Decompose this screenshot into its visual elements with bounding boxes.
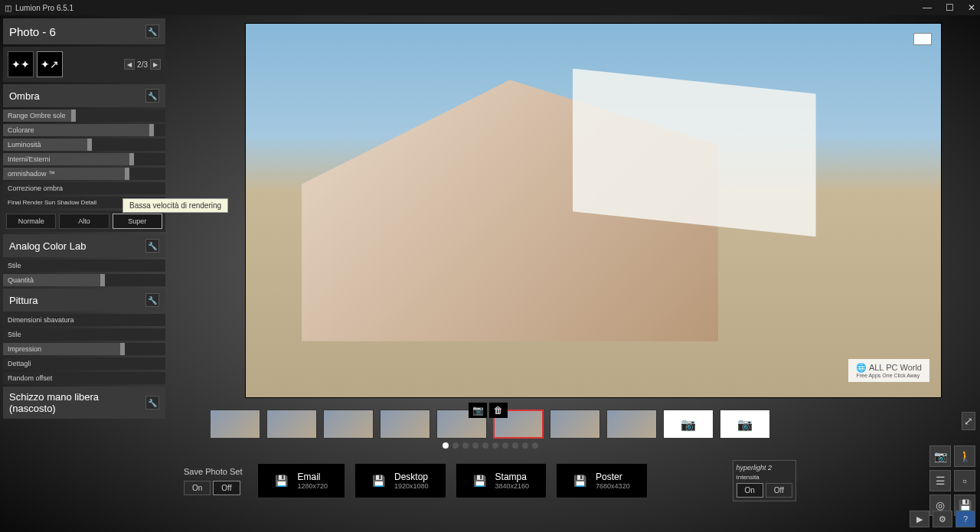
detail-alto-button[interactable]: Alto <box>59 214 109 229</box>
maximize-button[interactable]: ☐ <box>946 2 954 13</box>
hyperlight-intensity-label: Intensità <box>737 474 793 481</box>
slider-luminosita[interactable]: Luminosità <box>3 139 165 151</box>
slider-colorare[interactable]: Colorare <box>3 124 165 136</box>
save-set-on-button[interactable]: On <box>184 481 211 495</box>
hyperlight-off-button[interactable]: Off <box>766 483 792 498</box>
save-icon: 💾 <box>275 475 288 487</box>
analog-settings-button[interactable]: 🔧 <box>145 239 159 253</box>
export-poster-button[interactable]: 💾 Poster7680x4320 <box>556 463 648 498</box>
hyperlight-panel: hyperlight 2 Intensità On Off <box>733 460 797 501</box>
page-dot-4[interactable] <box>472 442 479 449</box>
page-dot-9[interactable] <box>522 442 528 449</box>
help-button[interactable]: ? <box>956 511 975 527</box>
delete-thumb-button[interactable]: 🗑 <box>489 403 508 418</box>
export-desktop-button[interactable]: 💾 Desktop1920x1080 <box>354 463 446 498</box>
thumb-4[interactable] <box>380 410 430 439</box>
hyperlight-on-button[interactable]: On <box>737 483 763 498</box>
globe-icon: 🌐 <box>856 363 867 372</box>
minimize-button[interactable]: — <box>923 2 932 13</box>
walk-mode-button[interactable]: 🚶 <box>954 446 975 467</box>
hyperlight-title: hyperlight 2 <box>737 464 793 472</box>
slider-omnishadow[interactable]: omnishadow ™ <box>3 168 165 180</box>
tooltip: Bassa velocità di rendering <box>122 198 228 213</box>
scene-pergola <box>573 69 816 237</box>
capture-thumb-button[interactable]: 📷 <box>469 403 487 418</box>
page-dot-3[interactable] <box>462 442 469 449</box>
thumb-2[interactable] <box>266 410 317 439</box>
photo-panel-header: Photo - 6 🔧 <box>3 18 165 44</box>
page-dot-7[interactable] <box>502 442 508 449</box>
page-dot-1[interactable] <box>443 442 449 449</box>
effect-sparkle-2-button[interactable]: ✦↗ <box>37 51 63 77</box>
analog-header: Analog Color Lab 🔧 <box>3 234 165 257</box>
photo-title: Photo - 6 <box>9 25 56 38</box>
thumb-3[interactable] <box>323 410 374 439</box>
ombra-header: Ombra 🔧 <box>3 84 165 107</box>
slider-dimensioni-sbavatura[interactable]: Dimensioni sbavatura <box>3 314 165 326</box>
brightness-indicator[interactable] <box>913 33 932 45</box>
pager-label: 2/3 <box>137 60 148 69</box>
save-icon: 💾 <box>573 475 586 487</box>
effect-sparkle-1-button[interactable]: ✦✦ <box>8 51 34 77</box>
photo-settings-button[interactable]: 🔧 <box>145 24 159 38</box>
save-set-off-button[interactable]: Off <box>213 481 240 495</box>
render-viewport[interactable]: 🌐 ALL PC World Free Apps One Click Away <box>245 23 942 398</box>
export-email-button[interactable]: 💾 Email1280x720 <box>257 463 345 498</box>
detail-super-button[interactable]: Super <box>113 214 162 229</box>
object-mode-button[interactable]: ▫ <box>954 470 975 491</box>
close-button[interactable]: ✕ <box>968 2 975 13</box>
save-icon: 💾 <box>372 475 385 487</box>
thumb-9-empty[interactable]: 📷 <box>663 410 714 439</box>
save-icon: 💾 <box>473 475 486 487</box>
pittura-settings-button[interactable]: 🔧 <box>145 293 159 307</box>
page-dot-5[interactable] <box>482 442 488 449</box>
export-stampa-button[interactable]: 💾 Stampa3840x2160 <box>456 463 547 498</box>
slider-impression[interactable]: Impression <box>3 343 165 355</box>
save-photo-set-label: Save Photo Set <box>184 467 242 476</box>
app-logo-icon: ◫ <box>5 4 11 12</box>
slider-correzione-ombra[interactable]: Correzione ombra <box>3 182 165 194</box>
thumb-1[interactable] <box>210 410 260 439</box>
slider-analog-quantita[interactable]: Quantità <box>3 274 165 286</box>
pager-next-button[interactable]: ▶ <box>150 59 161 70</box>
pager-prev-button[interactable]: ◀ <box>124 59 135 70</box>
expand-icon[interactable]: ⤢ <box>962 412 975 430</box>
slider-interni-esterni[interactable]: Interni/Esterni <box>3 153 165 165</box>
slider-range-ombre[interactable]: Range Ombre sole <box>3 109 165 122</box>
film-mode-button[interactable]: ☰ <box>929 470 951 491</box>
slider-analog-stile[interactable]: Stile <box>3 259 165 272</box>
page-dot-6[interactable] <box>492 442 498 449</box>
play-button[interactable]: ▶ <box>910 511 929 527</box>
slider-dettagli[interactable]: Dettagli <box>3 357 165 370</box>
detail-normale-button[interactable]: Normale <box>6 214 56 229</box>
watermark: 🌐 ALL PC World Free Apps One Click Away <box>848 359 929 382</box>
thumb-8[interactable] <box>606 410 657 439</box>
thumb-7[interactable] <box>550 410 600 439</box>
page-dot-10[interactable] <box>532 442 538 449</box>
ombra-settings-button[interactable]: 🔧 <box>145 89 159 103</box>
pittura-header: Pittura 🔧 <box>3 289 165 312</box>
app-title: Lumion Pro 6.5.1 <box>15 4 74 12</box>
slider-pittura-stile[interactable]: Stile <box>3 328 165 341</box>
settings-button[interactable]: ⚙ <box>933 511 952 527</box>
page-dot-2[interactable] <box>452 442 459 449</box>
slider-random-offset[interactable]: Random offset <box>3 372 165 384</box>
page-dot-8[interactable] <box>512 442 518 449</box>
thumb-10-empty[interactable]: 📷 <box>720 410 770 439</box>
camera-mode-button[interactable]: 📷 <box>929 446 951 467</box>
